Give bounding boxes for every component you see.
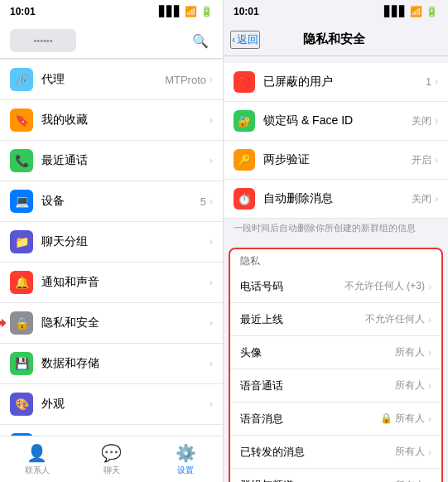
menu-label-calls: 最近通话: [41, 153, 210, 168]
chevron-icon: ›: [210, 317, 213, 329]
privacy-item-avatar[interactable]: 头像所有人›: [230, 336, 441, 369]
time-right: 10:01: [234, 6, 259, 17]
settings-icon-passcode: 🔐: [234, 110, 255, 132]
menu-label-chatfolders: 聊天分组: [41, 234, 210, 249]
settings-icon-blocked: 🚫: [234, 71, 255, 93]
tab-contacts[interactable]: 👤联系人: [0, 443, 75, 476]
chevron-icon: ›: [428, 446, 431, 458]
sidebar-item-privacy[interactable]: ➡🔒隐私和安全›: [0, 303, 223, 344]
tab-label-chats: 聊天: [104, 465, 120, 476]
chevron-icon: ›: [435, 193, 438, 205]
settings-value-autodelete: 关闭: [412, 192, 431, 206]
arrow-indicator: ➡: [0, 314, 6, 332]
privacy-value-forwarded: 所有人: [395, 445, 425, 459]
settings-label-passcode: 锁定码 & Face ID: [263, 113, 412, 128]
chevron-icon: ›: [210, 358, 213, 369]
left-menu: 🔗代理MTProto›🔖我的收藏›📞最近通话›💻设备5›📁聊天分组›🔔通知和声音…: [0, 59, 223, 436]
left-panel: 10:01 ▋▋▋ 📶 🔋 •••••• 🔍 🔗代理MTProto›🔖我的收藏›…: [0, 0, 224, 482]
menu-label-favorites: 我的收藏: [41, 113, 210, 128]
menu-value-proxy: MTProto: [165, 74, 206, 86]
privacy-label-avatar: 头像: [240, 345, 395, 360]
sidebar-item-appearance[interactable]: 🎨外观›: [0, 384, 223, 425]
privacy-item-lastseen[interactable]: 最近上线不允许任何人›: [230, 303, 441, 336]
menu-value-devices: 5: [200, 195, 206, 208]
page-title: 隐私和安全: [260, 31, 408, 47]
privacy-item-forwarded[interactable]: 已转发的消息所有人›: [230, 436, 441, 469]
back-button[interactable]: ‹ 返回: [230, 31, 260, 49]
privacy-value-avatar: 所有人: [395, 345, 425, 359]
privacy-item-voicecall[interactable]: 语音通话所有人›: [230, 369, 441, 402]
privacy-section-header: 隐私: [230, 249, 441, 270]
menu-icon-notificationsound: 🔔: [10, 271, 33, 294]
nav-bar: ‹ 返回 隐私和安全: [224, 23, 448, 56]
right-content: 🚫已屏蔽的用户1›🔐锁定码 & Face ID关闭›🔑两步验证开启›⏱️自动删除…: [224, 56, 448, 482]
settings-item-autodelete[interactable]: ⏱️自动删除消息关闭›: [224, 180, 448, 219]
settings-label-blocked: 已屏蔽的用户: [263, 75, 426, 89]
menu-label-devices: 设备: [41, 194, 200, 209]
chevron-icon: ›: [210, 277, 213, 288]
settings-label-twostep: 两步验证: [263, 152, 412, 167]
chevron-icon: ›: [210, 398, 213, 410]
menu-label-notificationsound: 通知和声音: [41, 275, 210, 290]
wifi-icon-right: 📶: [410, 6, 422, 17]
tab-label-settings: 设置: [177, 465, 194, 476]
chevron-icon: ›: [428, 281, 431, 292]
sidebar-item-favorites[interactable]: 🔖我的收藏›: [0, 100, 223, 141]
status-bar-right: 10:01 ▋▋▋ 📶 🔋: [224, 0, 448, 23]
privacy-label-groupchannel: 群组与频道: [240, 478, 395, 482]
chevron-icon: ›: [428, 380, 431, 392]
privacy-label-voicecall: 语音通话: [240, 378, 395, 393]
tab-bar: 👤联系人💬聊天⚙️设置: [0, 436, 223, 482]
privacy-value-groupchannel: 所有人: [395, 479, 425, 482]
menu-icon-privacy: 🔒: [10, 311, 33, 335]
menu-icon-calls: 📞: [10, 149, 33, 172]
tab-settings[interactable]: ⚙️设置: [148, 443, 223, 476]
privacy-value-voicecall: 所有人: [395, 378, 425, 393]
sidebar-item-proxy[interactable]: 🔗代理MTProto›: [0, 59, 223, 100]
status-bar-left: 10:01 ▋▋▋ 📶 🔋: [0, 0, 223, 23]
tab-chats[interactable]: 💬聊天: [75, 443, 149, 476]
menu-label-proxy: 代理: [41, 72, 165, 87]
sidebar-item-datastorage[interactable]: 💾数据和存储›: [0, 344, 223, 384]
settings-value-twostep: 开启: [412, 153, 431, 167]
privacy-item-phone[interactable]: 电话号码不允许任何人 (+3)›: [230, 270, 441, 303]
time-left: 10:01: [10, 6, 36, 17]
sidebar-item-chatfolders[interactable]: 📁聊天分组›: [0, 222, 223, 263]
chevron-icon: ›: [435, 115, 438, 127]
top-settings-group: 🚫已屏蔽的用户1›🔐锁定码 & Face ID关闭›🔑两步验证开启›⏱️自动删除…: [224, 63, 448, 219]
tab-icon-settings: ⚙️: [176, 443, 196, 463]
chevron-icon: ›: [435, 154, 438, 166]
privacy-section: 隐私 电话号码不允许任何人 (+3)›最近上线不允许任何人›头像所有人›语音通话…: [229, 248, 443, 482]
privacy-item-groupchannel[interactable]: 群组与频道所有人›: [230, 469, 441, 482]
status-icons-left: ▋▋▋ 📶 🔋: [159, 6, 213, 17]
right-panel: 10:01 ▋▋▋ 📶 🔋 ‹ 返回 隐私和安全 🚫已屏蔽的用户1›🔐锁定码 &…: [224, 0, 448, 482]
menu-label-appearance: 外观: [41, 397, 210, 412]
menu-icon-datastorage: 💾: [10, 352, 33, 375]
settings-item-passcode[interactable]: 🔐锁定码 & Face ID关闭›: [224, 102, 448, 141]
settings-icon-autodelete: ⏱️: [234, 188, 255, 210]
chevron-icon: ›: [210, 155, 213, 166]
settings-item-twostep[interactable]: 🔑两步验证开启›: [224, 141, 448, 180]
settings-value-passcode: 关闭: [412, 114, 431, 128]
sidebar-item-devices[interactable]: 💻设备5›: [0, 181, 223, 222]
settings-icon-twostep: 🔑: [234, 149, 255, 171]
sidebar-item-language[interactable]: 🌐语言简体中文 (beta)›: [0, 425, 223, 436]
chevron-icon: ›: [210, 195, 213, 207]
chevron-icon: ›: [428, 347, 431, 359]
tab-icon-chats: 💬: [101, 443, 122, 463]
top-search-bar: •••••• 🔍: [0, 23, 223, 59]
menu-icon-appearance: 🎨: [10, 393, 33, 416]
settings-item-blocked[interactable]: 🚫已屏蔽的用户1›: [224, 63, 448, 102]
sidebar-item-notificationsound[interactable]: 🔔通知和声音›: [0, 263, 223, 303]
status-icons-right: ▋▋▋ 📶 🔋: [384, 6, 438, 17]
privacy-value-phone: 不允许任何人 (+3): [344, 279, 425, 293]
search-button[interactable]: 🔍: [188, 28, 213, 53]
menu-icon-devices: 💻: [10, 190, 33, 213]
battery-icon-right: 🔋: [426, 6, 438, 17]
menu-icon-language: 🌐: [10, 433, 33, 436]
privacy-value-voicemessage: 🔒 所有人: [380, 412, 425, 426]
privacy-item-voicemessage[interactable]: 语音消息🔒 所有人›: [230, 402, 441, 436]
privacy-value-lastseen: 不允许任何人: [365, 312, 425, 326]
signal-icon: ▋▋▋: [159, 6, 181, 17]
sidebar-item-calls[interactable]: 📞最近通话›: [0, 141, 223, 181]
